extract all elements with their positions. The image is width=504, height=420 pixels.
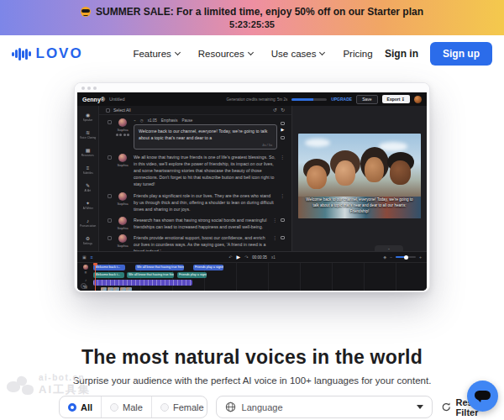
audio-clip[interactable] — [93, 280, 192, 286]
skip-forward-icon[interactable]: ↷ — [244, 255, 248, 260]
emotion-icons[interactable] — [116, 134, 130, 136]
row-checkbox[interactable] — [108, 120, 112, 124]
watermark-line1: ai-bot.cn — [39, 373, 91, 382]
kebab-icon[interactable]: ⋮ — [280, 193, 285, 213]
speed-control[interactable]: x1.05 — [148, 118, 157, 123]
add-speaker-icon[interactable]: ▣ — [82, 255, 87, 260]
sidebar-item-subtitles[interactable]: ≡ Subtitles — [77, 161, 98, 179]
nav-item-use-cases[interactable]: Use cases — [271, 49, 325, 59]
sidebar-item-pronunciation[interactable]: ♪ Pronunciation — [77, 214, 98, 232]
zoom-in-icon[interactable]: + — [419, 255, 422, 260]
filter-option-all[interactable]: All — [60, 396, 101, 417]
bolt-icon[interactable]: ⌁ — [134, 118, 136, 123]
download-block-icon[interactable] — [281, 136, 285, 139]
voice-clip[interactable]: Friends play a signific... — [193, 265, 223, 270]
filter-option-female[interactable]: Female — [151, 396, 207, 417]
lovo-logo[interactable]: LOVO — [12, 45, 121, 62]
clock-icon[interactable]: ◷ — [140, 118, 144, 123]
sign-up-button[interactable]: Sign up — [430, 42, 492, 66]
filter-option-male[interactable]: Male — [101, 396, 151, 417]
person-face — [335, 160, 355, 186]
sidebar-item-ai-art[interactable]: ✎ AI Art — [77, 179, 98, 197]
skip-back-icon[interactable]: ↶ — [228, 255, 232, 260]
block-text[interactable]: Research has shown that having strong so… — [134, 217, 269, 230]
emphasis-control[interactable]: Emphasis — [161, 118, 178, 123]
kebab-icon[interactable]: ⋮ — [272, 235, 277, 251]
sidebar-item-speaker[interactable]: ◉ Speaker — [77, 108, 98, 126]
upgrade-link[interactable]: UPGRADE — [331, 97, 352, 102]
speaker-avatar[interactable] — [118, 234, 127, 243]
block-text[interactable]: We all know that having true friends is … — [134, 154, 276, 187]
speaker-avatar[interactable] — [118, 118, 127, 127]
select-all-checkbox[interactable] — [106, 108, 110, 113]
subtitle-clip[interactable]: Welcome back t... — [93, 272, 124, 278]
add-track-button[interactable]: + — [81, 283, 87, 289]
speaker-avatar[interactable] — [118, 154, 127, 162]
volume-icon[interactable]: ◈ — [383, 255, 386, 260]
row-checkbox[interactable] — [108, 218, 112, 223]
nav-item-features[interactable]: Features — [133, 49, 179, 59]
block-text[interactable]: Friends provide emotional support, boost… — [134, 234, 269, 251]
zoom-out-icon[interactable]: − — [390, 255, 392, 260]
row-checkbox[interactable] — [108, 194, 112, 198]
playback-speed[interactable]: x1 — [271, 255, 276, 260]
speaker-cell[interactable]: Sophia — [115, 154, 130, 187]
nav-item-resources[interactable]: Resources — [198, 49, 253, 59]
sidebar-item-resources[interactable]: ▦ Resources — [77, 144, 98, 161]
speaker-cell[interactable]: Sophia — [115, 234, 130, 251]
promo-banner[interactable]: SUMMER SALE: For a limited time, enjoy 5… — [0, 0, 504, 35]
save-button[interactable]: Save — [356, 95, 377, 104]
subtitle-track-icon[interactable]: ≡ — [85, 271, 87, 276]
speaker-name: Sophia — [117, 226, 128, 230]
nav-item-pricing[interactable]: Pricing — [343, 49, 372, 59]
zoom-slider[interactable] — [396, 256, 416, 258]
script-row[interactable]: Sophia Research has shown that having st… — [108, 217, 285, 230]
block-text[interactable]: Friends play a significant role in our l… — [134, 192, 276, 213]
comment-icon[interactable] — [281, 218, 285, 222]
speaker-cell[interactable]: Sophia — [115, 217, 130, 230]
block-text[interactable]: Welcome back to our channel, everyone! T… — [139, 128, 272, 141]
speaker-cell[interactable]: Sophia — [115, 118, 130, 150]
voice-clip[interactable]: We all know that having true friends is … — [135, 265, 184, 270]
sign-in-link[interactable]: Sign in — [385, 48, 418, 60]
row-checkbox[interactable] — [108, 236, 112, 240]
chevron-down-icon — [175, 50, 181, 55]
pause-control[interactable]: Pause — [181, 118, 192, 123]
subtitle-toggle-icon[interactable]: ≡ — [91, 255, 93, 260]
sunglasses-emoji-icon — [81, 7, 91, 17]
comment-icon[interactable] — [281, 236, 285, 239]
voice-clip[interactable]: Welcome back t... — [93, 265, 125, 270]
video-clip-thumbnails[interactable] — [101, 287, 132, 291]
comment-icon[interactable] — [281, 122, 285, 125]
speaker-avatar[interactable] — [118, 217, 127, 225]
kebab-icon[interactable]: ⋮ — [272, 218, 277, 230]
video-preview-frame[interactable]: Welcome back to our channel, everyone! T… — [298, 134, 421, 218]
text-block-editor[interactable]: Welcome back to our channel, everyone! T… — [134, 124, 277, 150]
export-button[interactable]: Export ↧ — [382, 95, 410, 103]
speaker-avatar[interactable] — [118, 192, 127, 201]
play-block-icon[interactable]: ▶ — [281, 128, 285, 132]
sidebar-item-ai-writer[interactable]: ✦ AI Writer — [77, 197, 98, 214]
document-title[interactable]: Untitled — [109, 97, 125, 102]
sidebar-item-settings[interactable]: ⚙ Settings — [77, 232, 98, 249]
script-row-active[interactable]: Sophia ⌁ ◷ x1.05 Emphasis Pause — [108, 118, 285, 150]
subtitle-clip[interactable]: We all know that having true friends is … — [127, 272, 174, 278]
script-row[interactable]: Sophia We all know that having true frie… — [108, 154, 285, 187]
user-avatar[interactable] — [414, 96, 422, 103]
kebab-icon[interactable]: ⋮ — [280, 155, 285, 187]
subtitle-clip[interactable]: Friends play a signific... — [177, 272, 207, 278]
play-button[interactable]: ▶ — [237, 255, 241, 260]
language-dropdown[interactable]: Language — [216, 396, 433, 418]
undo-icon[interactable]: ↺ — [273, 108, 277, 113]
playhead[interactable] — [95, 263, 96, 291]
chat-launcher-button[interactable] — [467, 381, 498, 412]
genny-app: Genny® Untitled Generation credits remai… — [77, 92, 427, 291]
voice-track-icon[interactable] — [83, 265, 88, 270]
script-row[interactable]: Sophia Friends provide emotional support… — [108, 234, 285, 251]
timeline-collapse-tab[interactable]: ⌄ — [375, 245, 403, 251]
redo-icon[interactable]: ↻ — [281, 108, 285, 113]
script-row[interactable]: Sophia Friends play a significant role i… — [108, 192, 285, 213]
speaker-cell[interactable]: Sophia — [115, 192, 130, 213]
row-checkbox[interactable] — [108, 155, 112, 160]
sidebar-item-voice-cloning[interactable]: ≋ Voice Cloning — [77, 126, 98, 144]
